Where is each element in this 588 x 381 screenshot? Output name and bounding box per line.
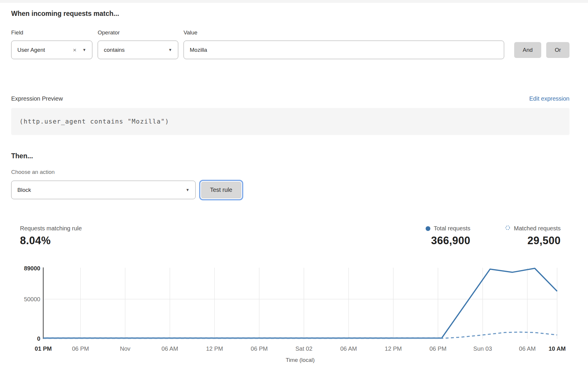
matched-requests-dashed-circle-icon xyxy=(505,225,510,232)
or-button[interactable]: Or xyxy=(546,42,569,58)
rule-builder-panel: When incoming requests match... Field Us… xyxy=(0,3,588,367)
operator-select-value: contains xyxy=(104,47,168,53)
expression-preview-label: Expression Preview xyxy=(11,95,63,102)
clear-field-icon[interactable]: × xyxy=(73,47,76,53)
matching-rule-stat: Requests matching rule 8.04% xyxy=(20,225,82,247)
total-requests-stat: Total requests 366,900 xyxy=(426,225,471,247)
expression-code: (http.user_agent contains "Mozilla") xyxy=(19,118,169,125)
matched-requests-stat: Matched requests 29,500 xyxy=(505,225,561,247)
requests-chart-area: 0500008900001 PM06 PMNov06 AM12 PM06 PMS… xyxy=(0,263,588,367)
svg-text:10 AM: 10 AM xyxy=(549,345,566,352)
matched-requests-value: 29,500 xyxy=(527,234,561,247)
svg-text:06 PM: 06 PM xyxy=(72,345,89,352)
field-select[interactable]: User Agent × ▼ xyxy=(11,41,92,59)
condition-row: Field User Agent × ▼ Operator contains ▼… xyxy=(11,29,569,59)
operator-select[interactable]: contains ▼ xyxy=(98,41,178,59)
svg-text:50000: 50000 xyxy=(24,296,40,302)
panel-top-border xyxy=(0,0,588,3)
matching-rule-label: Requests matching rule xyxy=(20,225,82,232)
svg-text:06 PM: 06 PM xyxy=(251,345,268,352)
svg-text:Nov: Nov xyxy=(120,345,131,352)
action-select[interactable]: Block ▼ xyxy=(11,181,196,199)
field-label: Field xyxy=(11,29,92,36)
svg-text:06 AM: 06 AM xyxy=(519,345,536,352)
conjunction-buttons: And Or xyxy=(514,29,569,59)
chevron-down-icon: ▼ xyxy=(186,188,189,192)
operator-label: Operator xyxy=(98,29,178,36)
then-heading: Then... xyxy=(11,152,569,160)
svg-text:01 PM: 01 PM xyxy=(35,345,52,352)
matched-requests-label: Matched requests xyxy=(514,225,561,232)
value-input-wrap xyxy=(184,41,504,59)
choose-action-label: Choose an action xyxy=(11,169,569,175)
svg-text:Sat 02: Sat 02 xyxy=(295,345,312,352)
svg-text:89000: 89000 xyxy=(24,265,40,272)
field-select-value: User Agent xyxy=(17,47,73,53)
svg-text:06 AM: 06 AM xyxy=(340,345,357,352)
value-label: Value xyxy=(184,29,504,36)
svg-text:12 PM: 12 PM xyxy=(206,345,223,352)
chevron-down-icon: ▼ xyxy=(168,48,172,52)
svg-text:Sun 03: Sun 03 xyxy=(473,345,492,352)
svg-text:Time (local): Time (local) xyxy=(286,357,315,363)
total-requests-label: Total requests xyxy=(434,225,471,232)
action-select-value: Block xyxy=(17,187,186,193)
svg-text:0: 0 xyxy=(37,335,40,342)
and-button[interactable]: And xyxy=(514,42,541,58)
action-row: Block ▼ Test rule xyxy=(11,181,569,199)
expression-header: Expression Preview Edit expression xyxy=(11,95,569,102)
svg-text:06 AM: 06 AM xyxy=(161,345,178,352)
edit-expression-link[interactable]: Edit expression xyxy=(529,95,569,102)
test-rule-button[interactable]: Test rule xyxy=(200,181,242,199)
requests-chart: 0500008900001 PM06 PMNov06 AM12 PM06 PMS… xyxy=(0,263,588,366)
expression-preview-box: (http.user_agent contains "Mozilla") xyxy=(11,108,569,135)
match-heading: When incoming requests match... xyxy=(11,10,569,18)
total-requests-value: 366,900 xyxy=(431,234,470,247)
svg-text:12 PM: 12 PM xyxy=(385,345,402,352)
matching-rule-value: 8.04% xyxy=(20,234,82,247)
svg-text:06 PM: 06 PM xyxy=(429,345,447,352)
value-input[interactable] xyxy=(190,47,498,53)
stats-row: Requests matching rule 8.04% Total reque… xyxy=(20,225,561,247)
total-requests-legend-dot-icon xyxy=(426,226,430,231)
chevron-down-icon: ▼ xyxy=(82,48,86,52)
